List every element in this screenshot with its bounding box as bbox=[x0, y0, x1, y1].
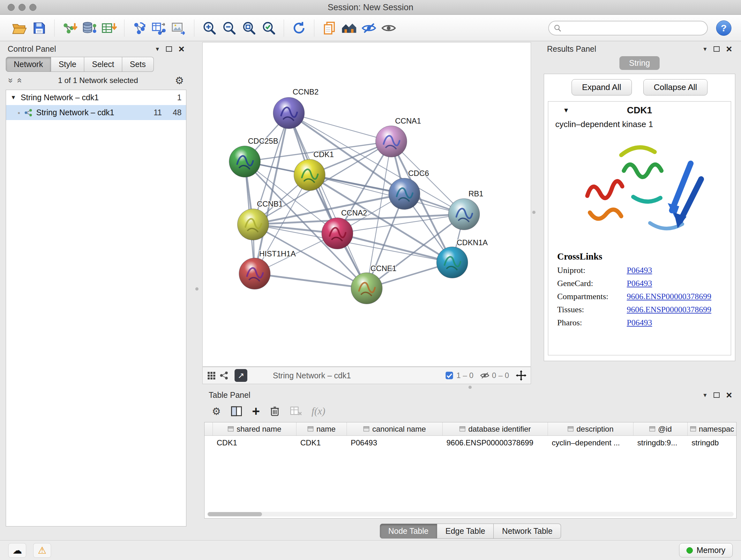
memory-button[interactable]: Memory bbox=[679, 543, 733, 557]
network-edge[interactable] bbox=[255, 273, 367, 288]
search-field[interactable] bbox=[548, 21, 708, 36]
add-column-icon[interactable]: + bbox=[252, 407, 260, 416]
network-node-cdk1[interactable]: CDK1 bbox=[294, 150, 334, 191]
column-header-canonical-name[interactable]: canonical name bbox=[347, 422, 443, 435]
network-node-cdkn1a[interactable]: CDKN1A bbox=[436, 238, 488, 278]
column-header-id[interactable]: @id bbox=[633, 422, 688, 435]
splitter-grip[interactable] bbox=[532, 211, 536, 214]
collection-expand-icon[interactable]: ▼ bbox=[10, 94, 16, 101]
panel-close-icon[interactable]: × bbox=[179, 46, 185, 52]
tab-edge-table[interactable]: Edge Table bbox=[437, 523, 494, 539]
splitter-grip[interactable] bbox=[195, 287, 199, 291]
tab-style[interactable]: Style bbox=[51, 57, 84, 72]
panel-menu-icon[interactable]: ▾ bbox=[703, 391, 706, 399]
selected-checkbox-icon[interactable] bbox=[445, 371, 454, 380]
table-cell-id[interactable]: stringdb:9... bbox=[633, 436, 688, 449]
import-table-file-button[interactable] bbox=[99, 18, 119, 38]
network-options-gear-icon[interactable]: ⚙ bbox=[175, 75, 184, 86]
zoom-fit-button[interactable] bbox=[239, 18, 259, 38]
zoom-out-button[interactable] bbox=[219, 18, 239, 38]
save-session-button[interactable] bbox=[29, 18, 49, 38]
network-collection-row[interactable]: ▼ String Network – cdk1 1 bbox=[6, 90, 186, 105]
window-maximize-button[interactable] bbox=[29, 4, 37, 11]
window-close-button[interactable] bbox=[8, 4, 15, 11]
birds-eye-grid-icon[interactable] bbox=[206, 371, 216, 380]
panel-float-icon[interactable] bbox=[714, 46, 720, 52]
search-input[interactable] bbox=[565, 23, 703, 33]
table-cell-description[interactable]: cyclin–dependent ... bbox=[548, 436, 633, 449]
results-panel: Results Panel ▾ × String Expand All Coll… bbox=[542, 42, 737, 387]
column-header-name[interactable]: name bbox=[296, 422, 347, 435]
help-button[interactable]: ? bbox=[716, 20, 731, 36]
table-cell-namespace[interactable]: stringdb bbox=[688, 436, 736, 449]
panel-close-icon[interactable]: × bbox=[726, 392, 732, 398]
network-view[interactable]: CCNB2CCNA1CDC25BCDK1CDC6RB1CCNB1CCNA2CDK… bbox=[202, 42, 531, 367]
hidden-eye-slash-icon[interactable] bbox=[480, 371, 489, 380]
panel-float-icon[interactable] bbox=[166, 46, 172, 52]
column-header-shared-name[interactable]: shared name bbox=[213, 422, 296, 435]
network-node-rb1[interactable]: RB1 bbox=[448, 189, 483, 230]
tab-sets[interactable]: Sets bbox=[122, 57, 154, 72]
open-session-button[interactable] bbox=[10, 18, 29, 38]
refresh-view-button[interactable] bbox=[289, 18, 309, 38]
table-cell-name[interactable]: CDK1 bbox=[296, 436, 347, 449]
tab-string[interactable]: String bbox=[619, 56, 659, 70]
import-network-database-button[interactable] bbox=[79, 18, 99, 38]
crosslink-link[interactable]: P06493 bbox=[627, 279, 652, 288]
panel-menu-icon[interactable]: ▾ bbox=[156, 45, 159, 53]
crosslink-link[interactable]: P06493 bbox=[627, 318, 652, 327]
network-row[interactable]: ● String Network – cdk1 11 48 bbox=[6, 105, 186, 120]
network-selection-summary: 1 of 1 Network selected bbox=[21, 76, 175, 85]
network-graph[interactable]: CCNB2CCNA1CDC25BCDK1CDC6RB1CCNB1CCNA2CDK… bbox=[203, 43, 531, 366]
tab-network[interactable]: Network bbox=[6, 57, 51, 72]
open-in-window-button[interactable]: ↗ bbox=[234, 369, 247, 382]
window-minimize-button[interactable] bbox=[18, 4, 25, 11]
warnings-button[interactable]: ⚠ bbox=[33, 543, 51, 558]
tab-select[interactable]: Select bbox=[84, 57, 122, 72]
expand-all-networks-icon[interactable]: » bbox=[8, 78, 14, 83]
export-image-button[interactable] bbox=[169, 18, 189, 38]
show-all-button[interactable] bbox=[379, 18, 399, 38]
show-columns-icon[interactable] bbox=[230, 406, 243, 417]
column-header-namespace[interactable]: namespac bbox=[688, 422, 736, 435]
zoom-selected-button[interactable] bbox=[259, 18, 279, 38]
zoom-in-button[interactable] bbox=[199, 18, 219, 38]
protein-collapse-icon[interactable]: ▼ bbox=[563, 107, 569, 114]
network-from-table-button[interactable] bbox=[149, 18, 169, 38]
network-node-cdc25b[interactable]: CDC25B bbox=[229, 137, 278, 177]
table-cell-database-identifier[interactable]: 9606.ENSP00000378699 bbox=[443, 436, 548, 449]
column-header-database-identifier[interactable]: database identifier bbox=[443, 422, 548, 435]
table-row[interactable]: CDK1 CDK1 P06493 9606.ENSP00000378699 cy… bbox=[205, 436, 736, 449]
network-node-ccnb2[interactable]: CCNB2 bbox=[273, 87, 319, 129]
panel-float-icon[interactable] bbox=[714, 392, 720, 398]
expand-all-button[interactable]: Expand All bbox=[571, 79, 632, 96]
delete-column-trash-icon[interactable] bbox=[269, 406, 280, 417]
crosslink-link[interactable]: P06493 bbox=[627, 266, 652, 275]
copy-button[interactable] bbox=[320, 18, 339, 38]
splitter-grip[interactable] bbox=[468, 386, 472, 389]
network-node-hist1h1a[interactable]: HIST1H1A bbox=[239, 249, 296, 289]
tab-node-table[interactable]: Node Table bbox=[380, 523, 437, 539]
cloud-status-button[interactable]: ☁ bbox=[8, 543, 26, 558]
column-header-description[interactable]: description bbox=[548, 422, 633, 435]
collapse-all-networks-icon[interactable]: » bbox=[16, 78, 22, 83]
network-node-ccna1[interactable]: CCNA1 bbox=[376, 117, 421, 157]
import-network-file-button[interactable] bbox=[60, 18, 79, 38]
tab-network-table[interactable]: Network Table bbox=[494, 523, 561, 539]
collapse-all-button[interactable]: Collapse All bbox=[643, 79, 708, 96]
panel-close-icon[interactable]: × bbox=[726, 46, 732, 52]
new-network-button[interactable] bbox=[130, 18, 149, 38]
scrollbar-thumb[interactable] bbox=[208, 512, 262, 516]
crosslink-link[interactable]: 9606.ENSP00000378699 bbox=[627, 292, 711, 301]
crosslink-link[interactable]: 9606.ENSP00000378699 bbox=[627, 305, 711, 314]
network-edge[interactable] bbox=[289, 113, 391, 141]
home-layout-button[interactable] bbox=[339, 18, 359, 38]
hide-selected-button[interactable] bbox=[359, 18, 379, 38]
table-cell-canonical-name[interactable]: P06493 bbox=[347, 436, 443, 449]
panel-menu-icon[interactable]: ▾ bbox=[703, 45, 706, 53]
horizontal-scrollbar[interactable] bbox=[207, 512, 734, 516]
table-cell-shared-name[interactable]: CDK1 bbox=[213, 436, 296, 449]
network-type-icon[interactable] bbox=[219, 371, 229, 380]
pan-crosshair-icon[interactable] bbox=[515, 370, 527, 381]
table-settings-gear-icon[interactable]: ⚙ bbox=[212, 406, 221, 417]
